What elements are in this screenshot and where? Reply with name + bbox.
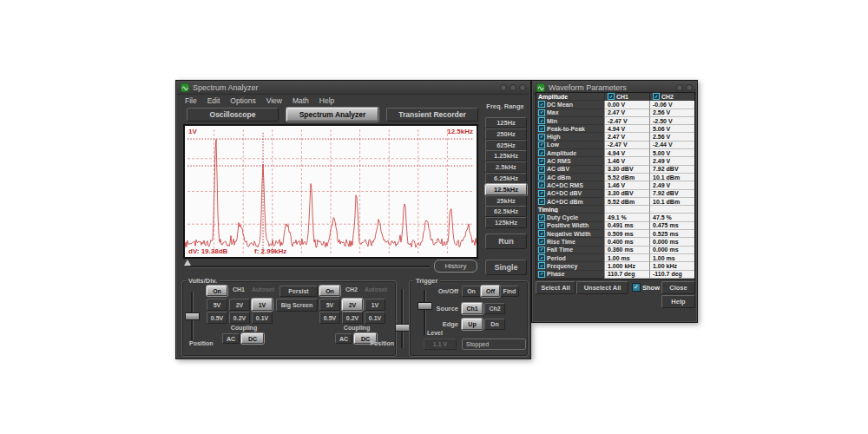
freq-range-button-62-5khz[interactable]: 62.5kHz — [485, 206, 527, 217]
param-label-frequency[interactable]: ✓Frequency — [536, 262, 604, 270]
param-value-ch1-frequency: 1.000 kHz — [604, 262, 649, 270]
ch2-position-slider-thumb[interactable] — [395, 324, 410, 332]
ch2-volts-button-1v[interactable]: 1V — [365, 299, 385, 311]
history-position-marker[interactable] — [184, 260, 191, 266]
freq-range-button-1-25khz[interactable]: 1.25kHz — [485, 150, 527, 161]
param-label-low[interactable]: ✓Low — [536, 141, 604, 149]
ch1-coupling-ac-button[interactable]: AC — [222, 333, 240, 344]
param-label-high[interactable]: ✓High — [536, 133, 604, 141]
param-label-ac-dbv[interactable]: ✓AC dBV — [536, 166, 604, 174]
trigger-edge-dn-button[interactable]: Dn — [484, 319, 505, 330]
trigger-edge-label: Edge — [417, 320, 458, 328]
close-button[interactable]: Close — [661, 281, 695, 294]
checked-icon: ✓ — [538, 134, 545, 141]
param-label-dc-mean[interactable]: ✓DC Mean — [536, 101, 604, 108]
param-value-ch2-frequency: 1.00 kHz — [649, 262, 694, 270]
param-value-ch2-high: 2.56 V — [649, 133, 694, 141]
param-label-fall-time[interactable]: ✓Fall Time — [536, 247, 604, 254]
param-label-duty-cycle[interactable]: ✓Duty Cycle — [536, 214, 604, 221]
menu-item-view[interactable]: View — [261, 95, 287, 106]
param-label-ac-rms[interactable]: ✓AC RMS — [536, 157, 604, 165]
freq-range-button-625hz[interactable]: 625Hz — [485, 140, 527, 151]
param-label-negative-width[interactable]: ✓Negative Width — [536, 230, 604, 238]
help-button[interactable]: Help — [661, 295, 695, 308]
param-label-min[interactable]: ✓Min — [536, 117, 604, 125]
param-label-max[interactable]: ✓Max — [536, 109, 604, 117]
ch1-position-slider-thumb[interactable] — [185, 312, 200, 320]
freq-range-button-125khz[interactable]: 125kHz — [485, 217, 527, 228]
ch1-position-slider[interactable] — [187, 292, 196, 340]
ch2-volts-button-0-5v[interactable]: 0.5V — [319, 312, 340, 324]
menu-item-edit[interactable]: Edit — [202, 95, 226, 106]
ch1-volts-button-0-1v[interactable]: 0.1V — [252, 312, 273, 324]
ch2-volts-button-0-2v[interactable]: 0.2V — [342, 312, 363, 324]
freq-range-button-6-25khz[interactable]: 6.25kHz — [485, 173, 527, 184]
freq-range-button-2-5khz[interactable]: 2.5kHz — [485, 161, 527, 173]
single-button[interactable]: Single — [485, 260, 527, 275]
trigger-edge-up-button[interactable]: Up — [462, 319, 483, 330]
minimize-icon[interactable] — [500, 84, 507, 91]
freq-range-button-12-5khz[interactable]: 12.5kHz — [485, 184, 527, 195]
param-label-rise-time[interactable]: ✓Rise Time — [536, 238, 604, 246]
ch2-on-button[interactable]: On — [319, 286, 340, 296]
freq-range-button-125hz[interactable]: 125Hz — [485, 117, 527, 128]
waveform-parameters-window: Waveform Parameters Amplitude✓CH1✓CH2✓DC… — [531, 80, 698, 323]
window-controls — [676, 84, 693, 91]
close-icon[interactable] — [519, 84, 526, 91]
show-on-screen-checkbox[interactable]: ✓ — [632, 283, 641, 292]
param-label-positive-width[interactable]: ✓Positive Width — [536, 222, 604, 230]
trigger-source-ch1-button[interactable]: Ch1 — [462, 303, 483, 314]
trigger-on-off-on-button[interactable]: On — [462, 286, 481, 297]
trigger-source-ch2-button[interactable]: Ch2 — [484, 303, 505, 314]
menu-item-math[interactable]: Math — [287, 95, 314, 106]
ch2-position-slider[interactable] — [398, 289, 406, 348]
volts-div-group: Volts/Div. Persist Big Screen OnCH1Autos… — [181, 280, 397, 357]
trigger-on-off-find-button[interactable]: Find — [500, 286, 519, 297]
persist-button[interactable]: Persist — [279, 286, 318, 297]
select-all-button[interactable]: Select All — [536, 281, 575, 294]
param-label-peak-to-peak[interactable]: ✓Peak-to-Peak — [536, 125, 604, 133]
param-label-ac-dc-rms[interactable]: ✓AC+DC RMS — [536, 181, 604, 189]
param-label-amplitude[interactable]: ✓Amplitude — [536, 149, 604, 157]
freq-range-button-250hz[interactable]: 250Hz — [485, 128, 527, 140]
ch2-volts-button-0-1v[interactable]: 0.1V — [365, 312, 385, 324]
param-label-phase[interactable]: ✓Phase — [536, 271, 604, 279]
history-slider-track[interactable] — [188, 266, 430, 268]
param-value-ch1-ac-dc-dbm: 5.52 dBm — [604, 198, 649, 206]
ch2-volts-button-2v[interactable]: 2V — [342, 299, 363, 311]
param-label-ac-dc-dbm[interactable]: ✓AC+DC dBm — [536, 198, 604, 206]
run-button[interactable]: Run — [485, 233, 527, 249]
param-label-ac-dc-dbv[interactable]: ✓AC+DC dBV — [536, 190, 604, 198]
param-value-ch1-ac-dc-rms: 1.46 V — [604, 181, 649, 189]
tab-spectrum-analyzer[interactable]: Spectrum Analyzer — [286, 108, 378, 122]
ch1-volts-button-5v[interactable]: 5V — [207, 299, 227, 311]
titlebar[interactable]: Spectrum Analyzer — [177, 82, 529, 95]
param-label-period[interactable]: ✓Period — [536, 254, 604, 262]
tab-oscilloscope[interactable]: Oscilloscope — [187, 108, 279, 122]
tab-transient-recorder[interactable]: Transient Recorder — [386, 108, 478, 122]
ch2-volts-button-5v[interactable]: 5V — [319, 299, 340, 311]
trigger-on-off-off-button[interactable]: Off — [481, 286, 500, 297]
ch1-autoset-button[interactable]: Autoset — [252, 286, 281, 293]
trigger-level-slider[interactable] — [420, 290, 429, 335]
trigger-level-value-button[interactable]: 1.1 V — [424, 339, 457, 350]
close-icon[interactable] — [686, 84, 693, 91]
ch1-volts-button-1v[interactable]: 1V — [252, 299, 273, 311]
ch1-volts-button-0-2v[interactable]: 0.2V — [229, 312, 250, 324]
menu-item-help[interactable]: Help — [314, 95, 339, 106]
ch2-coupling-ac-button[interactable]: AC — [335, 333, 352, 344]
ch1-coupling-dc-button[interactable]: DC — [241, 333, 264, 344]
maximize-icon[interactable] — [510, 84, 516, 91]
ch1-volts-button-0-5v[interactable]: 0.5V — [207, 312, 227, 324]
ch2-autoset-button[interactable]: Autoset — [365, 286, 394, 293]
param-label-ac-dbm[interactable]: ✓AC dBm — [536, 174, 604, 181]
menu-item-options[interactable]: Options — [225, 95, 260, 106]
minimize-icon[interactable] — [676, 84, 683, 91]
freq-range-button-25khz[interactable]: 25kHz — [485, 195, 527, 207]
menu-item-file[interactable]: File — [180, 95, 202, 106]
unselect-all-button[interactable]: Unselect All — [576, 281, 628, 294]
ch1-on-button[interactable]: On — [207, 286, 227, 296]
big-screen-button[interactable]: Big Screen — [276, 299, 318, 312]
ch1-volts-button-2v[interactable]: 2V — [229, 299, 250, 311]
history-button[interactable]: History — [434, 260, 477, 273]
